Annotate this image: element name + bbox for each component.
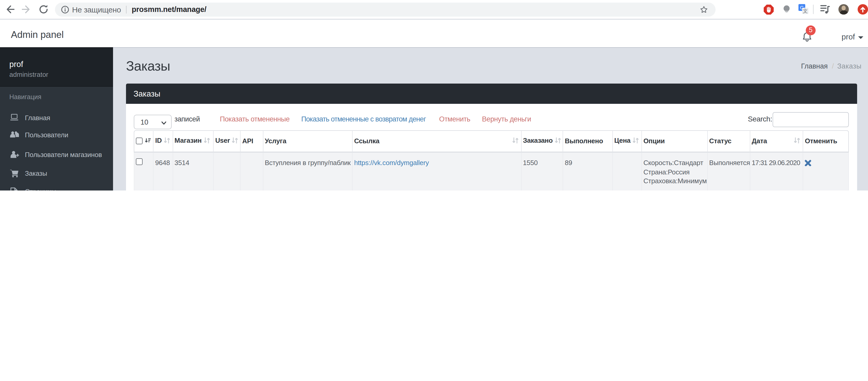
svg-text:文: 文 bbox=[803, 8, 808, 14]
